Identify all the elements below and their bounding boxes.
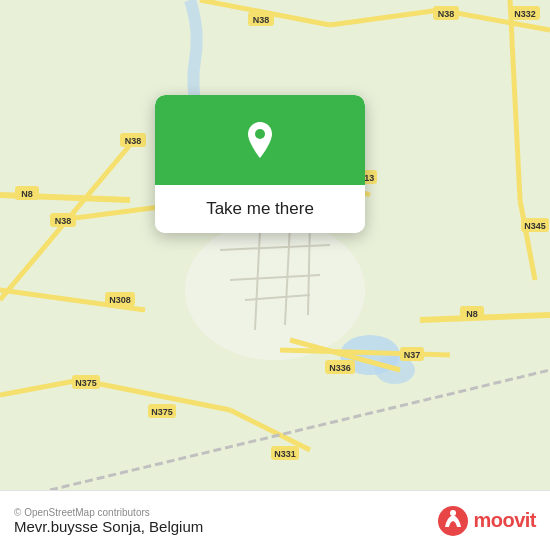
popup-card: Take me there (155, 95, 365, 233)
svg-text:N375: N375 (151, 407, 173, 417)
location-pin-icon (238, 118, 282, 162)
map-container: N8 N38 N38 N332 N38 N13 N345 N308 N8 N37… (0, 0, 550, 490)
footer-left: © OpenStreetMap contributors Mevr.buysse… (14, 507, 203, 535)
svg-text:N8: N8 (466, 309, 478, 319)
svg-text:N38: N38 (253, 15, 270, 25)
svg-point-60 (450, 510, 456, 516)
svg-text:N331: N331 (274, 449, 296, 459)
moovit-logo: moovit (437, 505, 536, 537)
svg-text:N38: N38 (438, 9, 455, 19)
svg-text:N8: N8 (21, 189, 33, 199)
svg-point-3 (185, 220, 365, 360)
popup-header (155, 95, 365, 185)
take-me-there-button[interactable]: Take me there (155, 185, 365, 233)
svg-text:N308: N308 (109, 295, 131, 305)
svg-text:N375: N375 (75, 378, 97, 388)
svg-text:N345: N345 (524, 221, 546, 231)
copyright-text: © OpenStreetMap contributors (14, 507, 203, 518)
svg-point-58 (255, 129, 265, 139)
moovit-icon (437, 505, 469, 537)
footer: © OpenStreetMap contributors Mevr.buysse… (0, 490, 550, 550)
svg-text:N38: N38 (55, 216, 72, 226)
svg-text:N38: N38 (125, 136, 142, 146)
location-label: Mevr.buysse Sonja, Belgium (14, 518, 203, 535)
svg-text:N37: N37 (404, 350, 421, 360)
svg-text:N336: N336 (329, 363, 351, 373)
moovit-text: moovit (473, 509, 536, 532)
svg-text:N332: N332 (514, 9, 536, 19)
map-background: N8 N38 N38 N332 N38 N13 N345 N308 N8 N37… (0, 0, 550, 490)
